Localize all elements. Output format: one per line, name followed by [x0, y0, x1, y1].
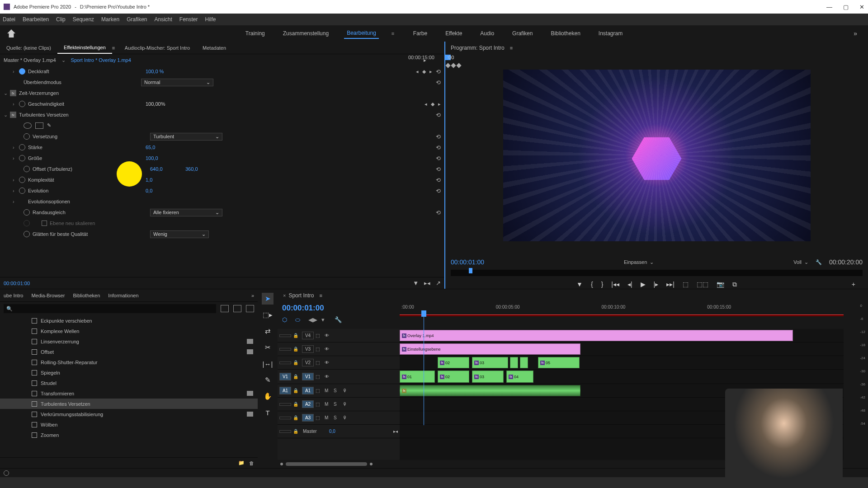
minimize-button[interactable]: —	[826, 4, 832, 10]
val-staerke[interactable]: 65,0	[146, 145, 173, 150]
sync-lock-icon[interactable]: ⬚	[316, 402, 323, 407]
lift-icon[interactable]: ⬚	[683, 281, 689, 288]
go-in-icon[interactable]: |◂◂	[611, 281, 619, 288]
search-input[interactable]: 🔍	[4, 304, 216, 313]
ws-overflow-icon[interactable]: »	[854, 30, 857, 37]
clip-03[interactable]: fx03	[472, 357, 508, 368]
effect-item[interactable]: Zoomen	[0, 430, 258, 440]
preset-folder-icon[interactable]	[221, 305, 229, 312]
menu-sequenz[interactable]: Sequenz	[73, 16, 94, 23]
sequence-clip-label[interactable]: Sport Intro * Overlay 1.mp4	[71, 57, 131, 63]
preset-folder-icon[interactable]	[233, 305, 241, 312]
panel-menu-icon[interactable]: ≡	[319, 293, 326, 298]
mask-ellipse-button[interactable]	[24, 122, 32, 129]
fx-badge[interactable]: fx	[10, 112, 16, 118]
master-clip-label[interactable]: Master * Overlay 1.mp4	[4, 57, 56, 63]
expand-icon[interactable]: ›	[13, 155, 17, 161]
clip-03[interactable]: fx03	[472, 371, 504, 383]
stopwatch-icon[interactable]	[19, 144, 25, 150]
step-fwd-icon[interactable]: |▸	[654, 281, 659, 288]
master-volume[interactable]: 0,0	[329, 429, 335, 434]
val-evolution[interactable]: 0,0	[146, 188, 173, 193]
effect-item[interactable]: Spiegeln	[0, 367, 258, 378]
ws-bearbeitung[interactable]: Bearbeitung	[344, 28, 379, 39]
button-editor-icon[interactable]: +	[852, 281, 855, 288]
stopwatch-icon[interactable]	[19, 177, 25, 183]
tab-media-browser[interactable]: Media-Browser	[31, 293, 65, 298]
linked-sel-icon[interactable]: ⬭	[295, 316, 302, 323]
chevron-down-icon[interactable]: ⌄	[804, 259, 808, 265]
clip-02[interactable]: fx02	[438, 371, 469, 383]
expand-icon[interactable]: ›	[13, 177, 17, 183]
clip-04[interactable]: fx04	[506, 371, 533, 383]
scrub-playhead[interactable]	[469, 268, 472, 273]
blendmode-select[interactable]: Normal⌄	[141, 79, 213, 86]
maximize-button[interactable]: ▢	[843, 4, 849, 10]
kf-add-icon[interactable]: ◆	[422, 69, 426, 75]
sync-lock-icon[interactable]: ⬚	[316, 347, 323, 352]
program-scrubber[interactable]	[451, 270, 863, 276]
ws-bibliotheken[interactable]: Bibliotheken	[548, 28, 583, 38]
ws-audio[interactable]: Audio	[477, 28, 497, 38]
clip-audio[interactable]: fx	[400, 385, 580, 396]
lock-icon[interactable]: 🔒	[293, 333, 300, 338]
effect-item[interactable]: Komplexe Wellen	[0, 326, 258, 336]
tab-informationen[interactable]: Informationen	[108, 293, 138, 298]
kf-prev-icon[interactable]: ◂	[416, 69, 419, 75]
effect-item[interactable]: Eckpunkte verschieben	[0, 315, 258, 326]
clip-01[interactable]: fx01	[400, 371, 435, 383]
reset-icon[interactable]: ⟲	[436, 68, 441, 75]
effect-timecode[interactable]: 00:00:01:00	[4, 281, 30, 286]
clip-einstellungsebene[interactable]: fxEinstellungsebene	[400, 343, 580, 355]
expand-icon[interactable]: ›	[13, 188, 17, 193]
mask-rect-button[interactable]	[35, 122, 43, 129]
expand-icon[interactable]: ⌄	[4, 90, 8, 96]
in-point-icon[interactable]: {	[591, 281, 593, 288]
clip-small[interactable]	[510, 357, 518, 368]
val-offset-x[interactable]: 640,0	[150, 166, 177, 172]
src-v1[interactable]: V1	[279, 373, 291, 380]
track-v3[interactable]: V3	[302, 345, 314, 353]
marker-icon[interactable]: ◀▶	[308, 316, 315, 323]
zoom-out-icon[interactable]	[280, 463, 283, 465]
sync-lock-icon[interactable]: ⬚	[316, 360, 323, 365]
expand-icon[interactable]: ⌄	[4, 112, 8, 118]
kf-prev-icon[interactable]: ◂	[425, 101, 427, 107]
kf-only-icon[interactable]: ▸◂	[424, 280, 430, 286]
menu-fenster[interactable]: Fenster	[179, 16, 198, 23]
timeline-tab[interactable]: Sport Intro	[288, 292, 314, 299]
eye-icon[interactable]: 👁	[325, 333, 332, 338]
stopwatch-icon[interactable]	[24, 133, 30, 140]
solo-btn[interactable]: S	[334, 415, 341, 420]
home-icon[interactable]	[7, 29, 15, 38]
clip-small[interactable]	[520, 357, 528, 368]
hand-tool[interactable]: ✋	[262, 390, 274, 402]
reset-icon[interactable]: ⟲	[436, 79, 441, 86]
effect-item[interactable]: Turbulentes Versetzen	[0, 399, 258, 409]
tab-effect-controls[interactable]: Effekteinstellungen	[57, 42, 112, 54]
menu-marken[interactable]: Marken	[101, 16, 119, 23]
stopwatch-icon[interactable]	[19, 155, 25, 161]
versetzung-select[interactable]: Turbulent⌄	[150, 133, 222, 141]
play-button[interactable]: ▶	[641, 281, 646, 288]
reset-icon[interactable]: ⟲	[436, 112, 441, 118]
timeline-playhead[interactable]	[421, 310, 426, 317]
go-out-icon[interactable]: ▸▸|	[666, 281, 675, 288]
src-a1[interactable]: A1	[279, 387, 291, 394]
effect-item[interactable]: Strudel	[0, 378, 258, 388]
eye-icon[interactable]: 👁	[325, 360, 332, 365]
solo-btn[interactable]: S	[334, 388, 341, 393]
track-v1[interactable]: V1	[302, 373, 314, 380]
ripple-edit-tool[interactable]: ⇄	[262, 325, 274, 337]
close-tab-icon[interactable]: ×	[283, 293, 286, 298]
track-master[interactable]: Master	[302, 428, 314, 435]
kf-next-icon[interactable]: ▸	[438, 101, 441, 107]
track-a2[interactable]: A2	[302, 400, 314, 408]
effect-item[interactable]: Verkrümmungsstabilisierung	[0, 409, 258, 419]
rescale-checkbox[interactable]	[42, 221, 47, 226]
snap-icon[interactable]: ⬡	[282, 316, 289, 323]
overflow-icon[interactable]: »	[251, 293, 254, 298]
track-v2[interactable]: V2	[302, 359, 314, 366]
lock-icon[interactable]: 🔒	[293, 402, 300, 407]
sync-lock-icon[interactable]: ⬚	[316, 388, 323, 393]
